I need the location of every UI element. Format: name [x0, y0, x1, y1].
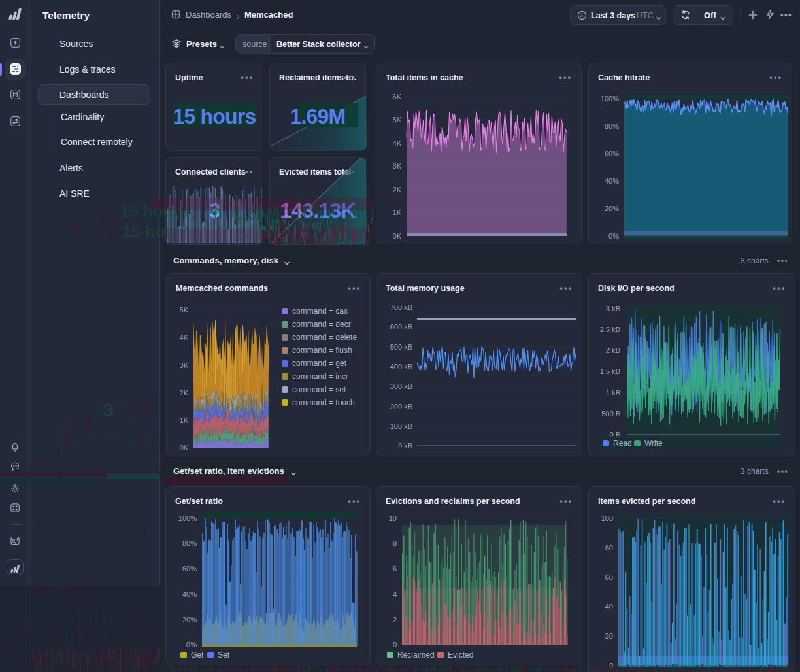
svg-text:10: 10 — [389, 514, 397, 522]
svg-text:40%: 40% — [182, 590, 197, 598]
svg-text:1 kB: 1 kB — [606, 389, 620, 397]
svg-text:6: 6 — [393, 565, 397, 573]
svg-text:600 kB: 600 kB — [390, 323, 412, 331]
svg-text:200 kB: 200 kB — [390, 403, 412, 411]
svg-text:6K: 6K — [393, 93, 402, 101]
svg-text:3 kB: 3 kB — [606, 305, 620, 312]
svg-text:500 kB: 500 kB — [390, 343, 412, 351]
svg-text:8: 8 — [393, 539, 397, 547]
svg-text:40%: 40% — [605, 177, 619, 185]
svg-text:60%: 60% — [182, 565, 197, 573]
svg-text:1K: 1K — [180, 416, 189, 424]
svg-text:20: 20 — [605, 632, 613, 640]
svg-text:80: 80 — [605, 544, 613, 552]
svg-text:100%: 100% — [601, 95, 619, 103]
svg-text:3K: 3K — [393, 162, 402, 170]
svg-text:80%: 80% — [605, 122, 619, 130]
svg-text:700 kB: 700 kB — [390, 303, 412, 311]
svg-text:2K: 2K — [180, 389, 189, 397]
svg-text:0K: 0K — [180, 444, 189, 452]
svg-text:60: 60 — [605, 573, 613, 581]
svg-text:0K: 0K — [393, 232, 402, 240]
svg-text:100 kB: 100 kB — [390, 422, 412, 430]
svg-text:20%: 20% — [182, 616, 197, 624]
svg-text:5K: 5K — [393, 116, 402, 124]
svg-text:5K: 5K — [180, 306, 189, 314]
svg-text:40: 40 — [605, 603, 613, 611]
svg-text:500 B: 500 B — [601, 410, 620, 418]
svg-text:2.5 kB: 2.5 kB — [600, 326, 620, 333]
svg-text:4K: 4K — [393, 139, 402, 147]
svg-text:3K: 3K — [180, 361, 189, 369]
svg-text:400 kB: 400 kB — [390, 363, 412, 371]
svg-text:60%: 60% — [605, 150, 619, 158]
svg-text:2K: 2K — [393, 186, 402, 193]
svg-text:80%: 80% — [182, 539, 197, 547]
svg-text:4: 4 — [393, 590, 397, 598]
svg-text:0: 0 — [393, 641, 397, 648]
svg-text:0%: 0% — [608, 232, 619, 240]
svg-text:100%: 100% — [178, 514, 197, 522]
svg-text:2: 2 — [393, 616, 397, 624]
svg-text:4K: 4K — [180, 333, 189, 341]
svg-text:2 kB: 2 kB — [606, 346, 620, 354]
svg-text:1.5 kB: 1.5 kB — [600, 367, 620, 375]
svg-text:0%: 0% — [186, 641, 197, 648]
svg-text:1K: 1K — [393, 209, 402, 216]
svg-text:20%: 20% — [605, 205, 619, 212]
svg-text:0 kB: 0 kB — [398, 442, 412, 450]
svg-text:100: 100 — [601, 514, 613, 522]
svg-text:300 kB: 300 kB — [390, 382, 412, 390]
